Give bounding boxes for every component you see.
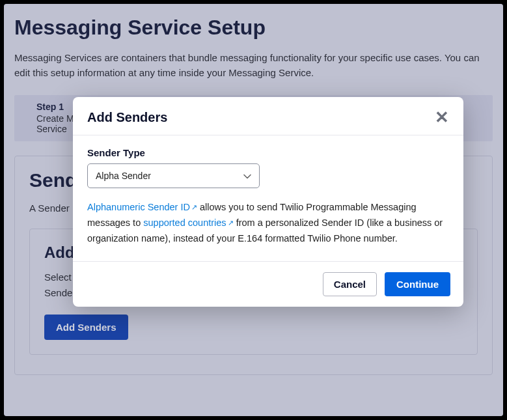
alphanumeric-sender-id-link[interactable]: Alphanumeric Sender ID↗ (87, 202, 197, 212)
add-senders-button[interactable]: Add Senders (44, 315, 128, 340)
external-link-icon: ↗ (191, 203, 197, 211)
cancel-button[interactable]: Cancel (323, 272, 377, 296)
close-icon[interactable]: ✕ (435, 109, 449, 126)
external-link-icon: ↗ (228, 219, 234, 227)
add-senders-modal: Add Senders ✕ Sender Type Alpha Sender A… (73, 97, 463, 307)
sender-type-label: Sender Type (87, 147, 449, 158)
supported-countries-link[interactable]: supported countries↗ (143, 217, 233, 228)
page-title: Messaging Service Setup (14, 16, 493, 40)
modal-header: Add Senders ✕ (73, 97, 463, 135)
select-value: Alpha Sender (96, 171, 151, 181)
sender-type-select[interactable]: Alpha Sender (87, 163, 260, 188)
continue-button[interactable]: Continue (385, 272, 450, 296)
chevron-down-icon (243, 171, 251, 181)
page-description: Messaging Services are containers that b… (14, 50, 493, 81)
help-text: Alphanumeric Sender ID↗ allows you to se… (87, 200, 449, 247)
modal-body: Sender Type Alpha Sender Alphanumeric Se… (73, 135, 463, 261)
modal-footer: Cancel Continue (73, 261, 463, 307)
modal-title: Add Senders (87, 110, 167, 125)
